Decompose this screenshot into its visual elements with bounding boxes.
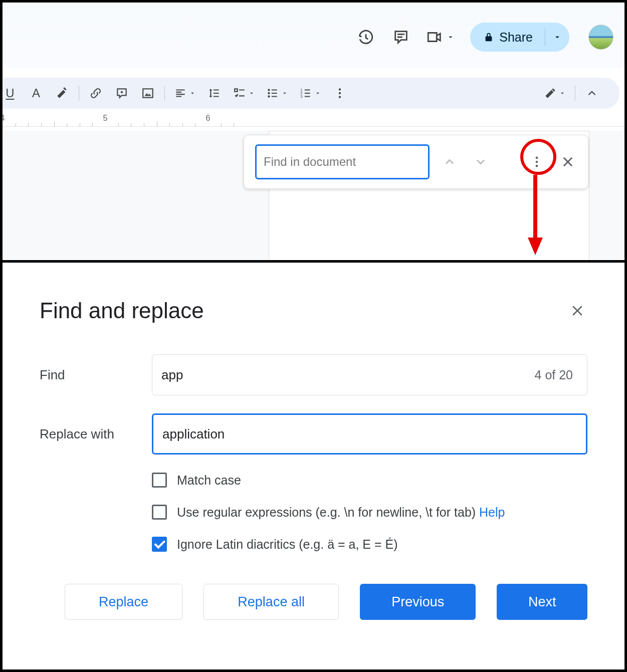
ruler-mark: 4 [3, 114, 5, 123]
comments-icon[interactable] [391, 27, 411, 47]
docs-editor-top: Share U A [3, 3, 624, 263]
svg-rect-1 [235, 89, 237, 91]
next-button[interactable]: Next [497, 584, 587, 620]
find-replace-dialog: Find and replace Find 4 of 20 Replace wi… [3, 265, 624, 669]
svg-point-12 [536, 161, 538, 163]
insert-link-button[interactable] [88, 86, 103, 101]
numbered-list-button[interactable]: 123 [299, 87, 321, 100]
dialog-title: Find and replace [40, 298, 204, 323]
find-more-options-icon[interactable] [526, 151, 548, 173]
svg-point-9 [339, 92, 341, 94]
svg-point-10 [339, 96, 341, 98]
share-dropdown-icon[interactable] [545, 23, 569, 52]
more-format-button[interactable] [332, 86, 347, 101]
regex-label: Use regular expressions (e.g. \n for new… [177, 505, 479, 519]
text-color-button[interactable]: A [29, 86, 44, 101]
replace-all-button[interactable]: Replace all [203, 584, 339, 620]
find-prev-icon[interactable] [439, 151, 461, 173]
find-next-icon[interactable] [470, 151, 492, 173]
ruler: 4 5 6 [3, 114, 624, 131]
ruler-mark: 6 [206, 114, 211, 123]
highlight-button[interactable] [55, 86, 70, 101]
diacritics-checkbox[interactable] [152, 537, 167, 552]
find-input[interactable]: 4 of 20 [152, 354, 587, 395]
replace-input[interactable] [152, 413, 587, 455]
regex-checkbox[interactable] [152, 505, 167, 520]
svg-text:3: 3 [300, 94, 302, 99]
dialog-close-icon[interactable] [567, 301, 587, 321]
share-button[interactable]: Share [470, 23, 569, 52]
checklist-button[interactable] [233, 87, 255, 100]
regex-help-link[interactable]: Help [479, 505, 505, 519]
line-spacing-button[interactable] [207, 86, 222, 101]
svg-point-2 [268, 89, 270, 91]
ruler-mark: 5 [103, 114, 108, 123]
find-close-icon[interactable] [557, 151, 579, 173]
underline-button[interactable]: U [3, 86, 18, 101]
replace-label: Replace with [40, 426, 152, 442]
collapse-toolbar-button[interactable] [584, 86, 599, 101]
format-toolbar: U A [3, 78, 619, 109]
share-label: Share [499, 30, 533, 45]
add-comment-button[interactable] [114, 86, 129, 101]
find-label: Find [40, 367, 152, 383]
account-avatar[interactable] [588, 25, 613, 50]
insert-image-button[interactable] [140, 86, 155, 101]
match-case-checkbox[interactable] [152, 473, 167, 488]
svg-point-8 [339, 88, 341, 90]
svg-point-4 [268, 95, 270, 97]
find-result-count: 4 of 20 [535, 368, 573, 382]
header-bar: Share [3, 18, 624, 57]
editing-mode-button[interactable] [544, 87, 566, 100]
svg-point-3 [268, 92, 270, 94]
svg-point-13 [536, 165, 538, 167]
lock-icon [483, 32, 494, 43]
previous-button[interactable]: Previous [360, 584, 476, 620]
align-button[interactable] [174, 87, 196, 100]
replace-button[interactable]: Replace [65, 584, 182, 620]
find-bar [244, 135, 588, 189]
meet-button[interactable] [426, 29, 455, 46]
diacritics-label: Ignore Latin diacritics (e.g. ä = a, E =… [177, 537, 398, 552]
find-in-document-input[interactable] [255, 144, 430, 179]
history-icon[interactable] [356, 27, 376, 47]
svg-point-11 [536, 157, 538, 159]
match-case-label: Match case [177, 473, 241, 488]
svg-rect-0 [143, 89, 153, 97]
bullet-list-button[interactable] [266, 87, 288, 100]
